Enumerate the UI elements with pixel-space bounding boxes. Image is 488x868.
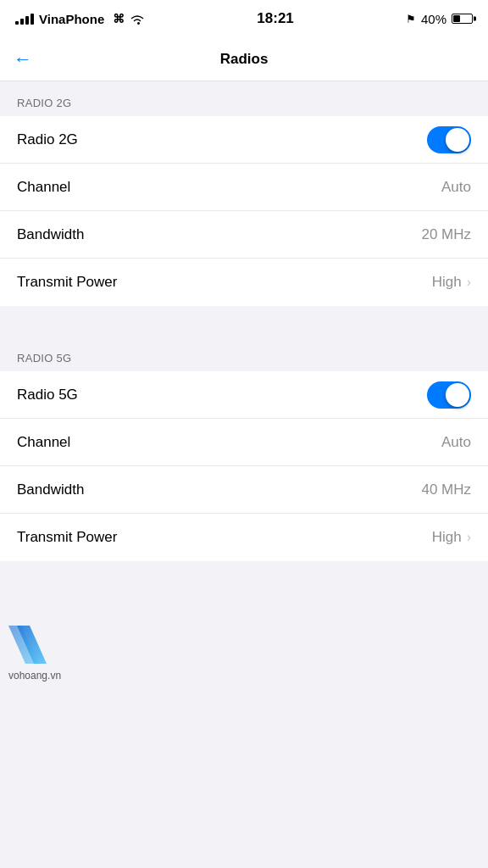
back-arrow-icon: ← bbox=[14, 50, 32, 69]
row-value-text-radio2g-txpower: High bbox=[432, 274, 462, 291]
battery-fill bbox=[453, 15, 460, 22]
section-header-radio2g: RADIO 2G bbox=[0, 81, 488, 116]
status-time: 18:21 bbox=[257, 10, 293, 27]
toggle-knob-radio2g-toggle bbox=[446, 128, 469, 152]
chevron-icon-radio2g-txpower: › bbox=[467, 275, 471, 290]
row-label-radio2g-toggle: Radio 2G bbox=[17, 131, 78, 148]
section-header-radio5g: RADIO 5G bbox=[0, 337, 488, 371]
toggle-radio5g-toggle[interactable] bbox=[427, 381, 471, 409]
row-radio5g-channel: ChannelAuto bbox=[0, 419, 488, 466]
section-body-radio2g: Radio 2GChannelAutoBandwidth20 MHzTransm… bbox=[0, 116, 488, 306]
row-radio2g-toggle[interactable]: Radio 2G bbox=[0, 116, 488, 164]
status-left: VinaPhone ⌘ bbox=[15, 12, 145, 26]
row-label-radio5g-bandwidth: Bandwidth bbox=[17, 481, 84, 498]
watermark-text: vohoang.vn bbox=[8, 670, 61, 682]
row-radio5g-bandwidth: Bandwidth40 MHz bbox=[0, 466, 488, 514]
status-bar: VinaPhone ⌘ 18:21 ⚑ 40% bbox=[0, 0, 488, 37]
footer-area: vohoang.vn bbox=[0, 561, 488, 697]
row-value-radio5g-txpower: High› bbox=[432, 529, 471, 546]
row-radio2g-bandwidth: Bandwidth20 MHz bbox=[0, 211, 488, 259]
row-label-radio5g-channel: Channel bbox=[17, 434, 70, 451]
row-value-radio2g-channel: Auto bbox=[441, 179, 471, 196]
row-label-radio5g-toggle: Radio 5G bbox=[17, 387, 78, 403]
row-label-radio2g-bandwidth: Bandwidth bbox=[17, 226, 84, 243]
watermark-logo bbox=[8, 621, 59, 668]
carrier-name: VinaPhone bbox=[39, 12, 104, 26]
section-body-radio5g: Radio 5GChannelAutoBandwidth40 MHzTransm… bbox=[0, 371, 488, 561]
battery-icon bbox=[452, 14, 473, 24]
row-value-radio2g-txpower: High› bbox=[432, 274, 471, 291]
signal-icon bbox=[15, 13, 34, 25]
row-label-radio2g-txpower: Transmit Power bbox=[17, 274, 117, 291]
row-radio5g-toggle[interactable]: Radio 5G bbox=[0, 371, 488, 419]
row-value-radio5g-channel: Auto bbox=[441, 434, 471, 451]
section-divider-0 bbox=[0, 306, 488, 337]
row-value-radio5g-bandwidth: 40 MHz bbox=[421, 481, 471, 498]
wifi-icon: ⌘ bbox=[113, 12, 145, 25]
back-button[interactable]: ← bbox=[14, 50, 32, 69]
content: RADIO 2GRadio 2GChannelAutoBandwidth20 M… bbox=[0, 81, 488, 561]
nav-bar: ← Radios bbox=[0, 37, 488, 81]
row-radio5g-txpower[interactable]: Transmit PowerHigh› bbox=[0, 514, 488, 561]
row-radio2g-txpower[interactable]: Transmit PowerHigh› bbox=[0, 259, 488, 306]
status-right: ⚑ 40% bbox=[406, 12, 473, 26]
toggle-radio2g-toggle[interactable] bbox=[427, 126, 471, 153]
chevron-icon-radio5g-txpower: › bbox=[467, 530, 471, 545]
toggle-knob-radio5g-toggle bbox=[446, 383, 469, 407]
location-icon: ⚑ bbox=[406, 13, 416, 25]
row-value-text-radio5g-txpower: High bbox=[432, 529, 462, 546]
watermark: vohoang.vn bbox=[8, 621, 61, 682]
page-title: Radios bbox=[220, 51, 269, 68]
row-label-radio5g-txpower: Transmit Power bbox=[17, 529, 117, 546]
row-radio2g-channel: ChannelAuto bbox=[0, 164, 488, 211]
row-label-radio2g-channel: Channel bbox=[17, 179, 70, 196]
battery-percent: 40% bbox=[421, 12, 446, 26]
row-value-radio2g-bandwidth: 20 MHz bbox=[421, 226, 471, 243]
